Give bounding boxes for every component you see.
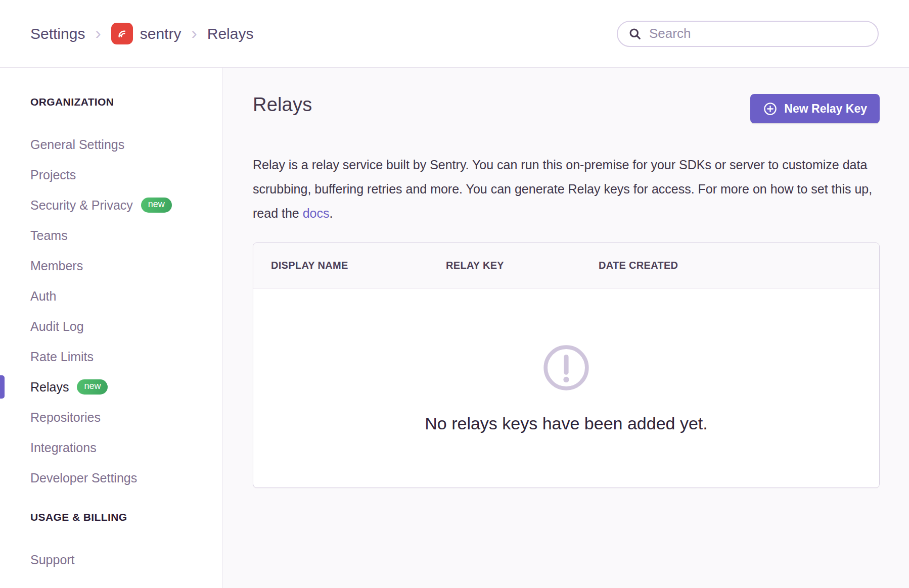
empty-state-message: No relays keys have been added yet. [425, 414, 707, 433]
settings-sidebar: ORGANIZATION General Settings Projects S… [0, 68, 222, 588]
organization-nav-list: General Settings Projects Security & Pri… [30, 129, 222, 493]
sidebar-item-rate-limits[interactable]: Rate Limits [30, 341, 222, 372]
new-relay-key-button[interactable]: New Relay Key [750, 94, 880, 123]
sidebar-item-members[interactable]: Members [30, 251, 222, 281]
sidebar-item-developer-settings[interactable]: Developer Settings [30, 463, 222, 493]
sidebar-item-projects[interactable]: Projects [30, 160, 222, 190]
sidebar-item-support[interactable]: Support [30, 545, 222, 575]
alert-circle-icon [541, 343, 591, 393]
sidebar-item-label: General Settings [30, 137, 124, 152]
search-box[interactable] [617, 21, 879, 47]
main-content: Relays New Relay Key Relay is a relay se… [222, 68, 909, 588]
new-relay-key-button-label: New Relay Key [784, 102, 867, 116]
sidebar-item-teams[interactable]: Teams [30, 220, 222, 251]
sidebar-item-label: Auth [30, 289, 56, 304]
breadcrumb-organization[interactable]: sentry [111, 23, 181, 44]
breadcrumb: Settings › sentry › Relays [30, 23, 253, 44]
sidebar-item-label: Teams [30, 228, 68, 243]
relays-description: Relay is a relay service built by Sentry… [253, 153, 880, 225]
sidebar-item-label: Members [30, 259, 83, 273]
breadcrumb-settings[interactable]: Settings [30, 25, 85, 42]
sidebar-item-audit-log[interactable]: Audit Log [30, 311, 222, 341]
description-text: Relay is a relay service built by Sentry… [253, 158, 872, 220]
chevron-right-icon: › [191, 24, 197, 41]
sidebar-item-security-privacy[interactable]: Security & Privacy new [30, 190, 222, 220]
sidebar-item-label: Projects [30, 168, 76, 182]
top-header: Settings › sentry › Relays [0, 0, 909, 68]
page-title: Relays [253, 94, 312, 116]
circle-plus-icon [763, 102, 778, 116]
title-row: Relays New Relay Key [253, 94, 880, 123]
docs-link[interactable]: docs [303, 206, 330, 220]
column-header-date-created: DATE CREATED [599, 260, 879, 271]
sidebar-item-label: Audit Log [30, 319, 84, 334]
relay-keys-panel: DISPLAY NAME RELAY KEY DATE CREATED No r… [253, 242, 880, 488]
column-header-relay-key: RELAY KEY [446, 260, 599, 271]
sidebar-item-label: Relays [30, 380, 69, 395]
sidebar-item-label: Support [30, 553, 75, 567]
sidebar-item-integrations[interactable]: Integrations [30, 432, 222, 463]
search-icon [628, 27, 642, 41]
layout: ORGANIZATION General Settings Projects S… [0, 68, 909, 588]
new-badge: new [77, 379, 108, 395]
chevron-right-icon: › [95, 24, 101, 41]
relay-keys-table-header: DISPLAY NAME RELAY KEY DATE CREATED [253, 243, 879, 288]
sidebar-item-label: Security & Privacy [30, 198, 133, 213]
sidebar-item-label: Repositories [30, 410, 101, 425]
sidebar-item-auth[interactable]: Auth [30, 281, 222, 311]
sidebar-item-general-settings[interactable]: General Settings [30, 129, 222, 160]
sidebar-item-relays[interactable]: Relays new [30, 372, 222, 402]
empty-state: No relays keys have been added yet. [253, 288, 879, 487]
active-indicator [0, 375, 5, 399]
breadcrumb-organization-label: sentry [140, 25, 181, 42]
sidebar-section-organization: ORGANIZATION [30, 96, 222, 108]
breadcrumb-page: Relays [207, 25, 254, 42]
description-suffix: . [330, 206, 333, 220]
sentry-logo-icon [111, 23, 133, 44]
new-badge: new [141, 198, 172, 213]
sidebar-item-label: Integrations [30, 440, 97, 455]
sidebar-item-label: Rate Limits [30, 350, 94, 364]
usage-billing-nav-list: Support [30, 545, 222, 575]
column-header-display-name: DISPLAY NAME [271, 260, 446, 271]
sidebar-item-label: Developer Settings [30, 471, 137, 485]
search-input[interactable] [649, 26, 868, 41]
sidebar-item-repositories[interactable]: Repositories [30, 402, 222, 432]
sidebar-section-usage-billing: USAGE & BILLING [30, 511, 222, 523]
